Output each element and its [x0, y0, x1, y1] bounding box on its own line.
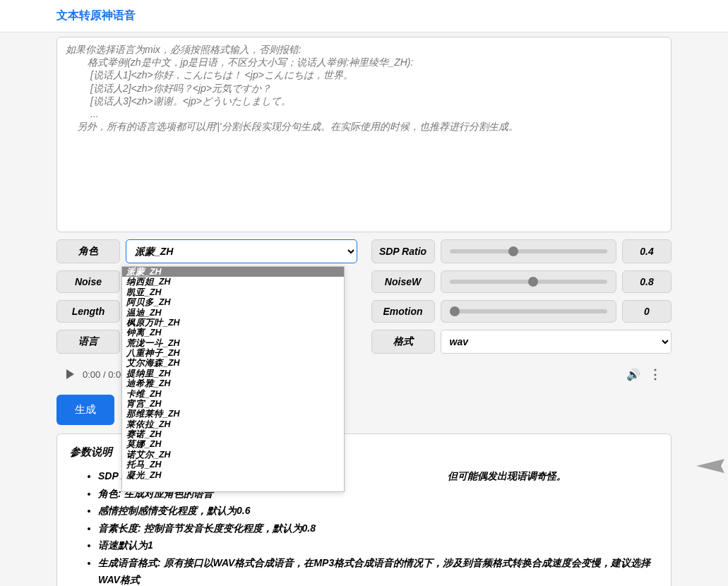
dropdown-option[interactable]: 赛诺_ZH: [122, 429, 344, 439]
dropdown-option[interactable]: 温迪_ZH: [122, 308, 344, 318]
length-label: Length: [56, 300, 120, 323]
dropdown-option[interactable]: 钟离_ZH: [122, 328, 344, 337]
noisew-slider-container: [441, 270, 617, 293]
sdp-label: SDP Ratio: [371, 239, 435, 263]
role-dropdown-panel[interactable]: 派蒙_ZH纳西妲_ZH凯亚_ZH阿贝多_ZH温迪_ZH枫原万叶_ZH钟离_ZH荒…: [121, 266, 345, 492]
generate-button[interactable]: 生成: [56, 395, 114, 425]
noisew-slider[interactable]: [450, 280, 608, 284]
dropdown-option[interactable]: 莱依拉_ZH: [122, 419, 344, 429]
emotion-label: Emotion: [371, 300, 435, 323]
app-header: 文本转原神语音: [0, 0, 728, 32]
noisew-label: NoiseW: [371, 270, 435, 293]
language-label: 语言: [56, 330, 120, 354]
noise-label: Noise: [56, 270, 120, 293]
text-input[interactable]: [66, 43, 662, 223]
sdp-slider-container: [441, 239, 617, 263]
noisew-row: NoiseW 0.8: [371, 270, 672, 293]
emotion-slider-container: [441, 300, 617, 323]
dropdown-option[interactable]: 诺艾尔_ZH: [122, 450, 344, 460]
dropdown-option[interactable]: 八重神子_ZH: [122, 348, 344, 358]
dropdown-option[interactable]: 莫娜_ZH: [122, 439, 344, 449]
emotion-row: Emotion 0: [371, 300, 672, 323]
role-row: 角色 派蒙_ZH: [56, 239, 357, 263]
params-item: 语速默认为1: [98, 537, 658, 554]
role-label: 角色: [56, 239, 120, 263]
format-select[interactable]: wav: [441, 330, 672, 354]
dropdown-option[interactable]: 凯亚_ZH: [122, 287, 344, 297]
noisew-value: 0.8: [622, 270, 672, 293]
dropdown-option[interactable]: 派蒙_ZH: [122, 267, 344, 277]
dropdown-option[interactable]: 荒泷一斗_ZH: [122, 338, 344, 348]
params-item: 感情控制感情变化程度，默认为0.6: [98, 502, 658, 520]
main-content: 角色 派蒙_ZH SDP Ratio 0.4 Noise NoiseW 0.8 …: [0, 32, 728, 586]
dropdown-option[interactable]: 阿贝多_ZH: [122, 297, 344, 307]
sdp-row: SDP Ratio 0.4: [371, 239, 672, 263]
dropdown-option[interactable]: 枫原万叶_ZH: [122, 318, 344, 328]
sdp-slider[interactable]: [450, 249, 608, 253]
dropdown-option[interactable]: 凝光_ZH: [122, 470, 344, 480]
dropdown-option[interactable]: 卡维_ZH: [122, 389, 344, 399]
params-item: 音素长度: 控制音节发音长度变化程度，默认为0.8: [98, 520, 658, 537]
format-label: 格式: [371, 330, 435, 354]
dropdown-option[interactable]: 艾尔海森_ZH: [122, 358, 344, 368]
dropdown-option[interactable]: 托马_ZH: [122, 460, 344, 470]
emotion-value: 0: [622, 300, 672, 323]
app-title: 文本转原神语音: [56, 9, 136, 21]
speaker-icon[interactable]: 🔊: [626, 368, 640, 381]
dropdown-option[interactable]: 纳西妲_ZH: [122, 277, 344, 287]
dropdown-option[interactable]: 提纳里_ZH: [122, 369, 344, 378]
audio-time: 0:00 / 0:00: [83, 369, 126, 380]
dropdown-option[interactable]: 迪希雅_ZH: [122, 378, 344, 388]
role-select[interactable]: 派蒙_ZH: [126, 239, 357, 263]
format-row: 格式 wav: [371, 330, 672, 354]
text-input-container: [56, 37, 672, 232]
sdp-value: 0.4: [622, 239, 672, 263]
play-icon[interactable]: [66, 369, 74, 379]
dropdown-option[interactable]: 那维莱特_ZH: [122, 409, 344, 419]
emotion-slider[interactable]: [450, 309, 608, 313]
params-item: 生成语音格式: 原有接口以WAV格式合成语音，在MP3格式合成语音的情况下，涉及…: [98, 554, 658, 587]
audio-menu-icon[interactable]: ⋮: [649, 366, 662, 382]
dropdown-option[interactable]: 宵宫_ZH: [122, 399, 344, 409]
arrow-decoration-icon: [693, 452, 728, 480]
